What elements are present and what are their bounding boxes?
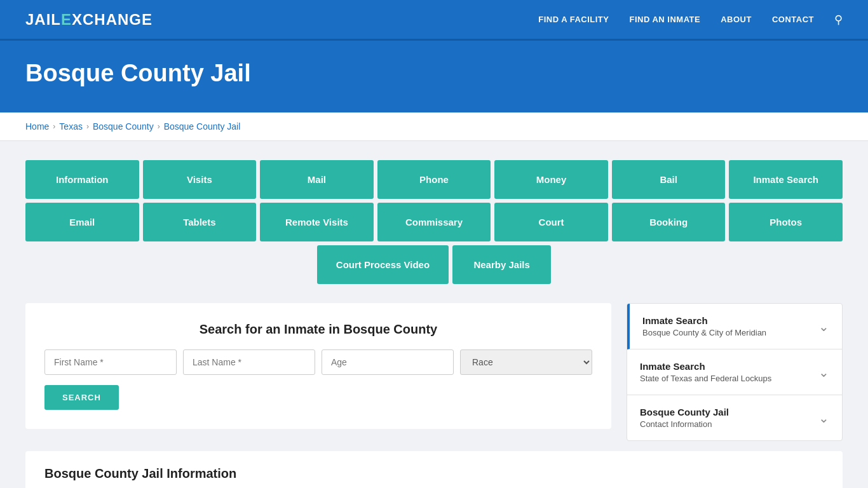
breadcrumb-current: Bosque County Jail [164,121,241,132]
btn-visits[interactable]: Visits [143,160,257,199]
btn-commissary[interactable]: Commissary [377,203,491,241]
btn-information[interactable]: Information [25,160,139,199]
sidebar-item-texas-search[interactable]: Inmate Search State of Texas and Federal… [627,349,842,395]
hero-section: Bosque County Jail [0,41,868,112]
race-select[interactable]: Race [460,349,592,375]
sidebar-item-title-1: Inmate Search [642,315,766,326]
breadcrumb-sep-2: › [86,122,89,131]
logo[interactable]: JAILEXCHANGE [25,11,153,29]
breadcrumb-bar: Home › Texas › Bosque County › Bosque Co… [0,112,868,141]
sidebar-item-left-3: Bosque County Jail Contact Information [640,407,729,429]
logo-x: E [61,11,72,29]
chevron-down-icon-3: ⌄ [818,410,829,426]
main-content: Information Visits Mail Phone Money Bail… [0,141,868,488]
btn-inmate-search[interactable]: Inmate Search [729,160,843,199]
logo-exchange: XCHANGE [72,11,153,29]
breadcrumb: Home › Texas › Bosque County › Bosque Co… [25,121,843,132]
button-grid-row3: Court Process Video Nearby Jails [25,245,843,284]
logo-jail: JAIL [25,11,61,29]
bottom-section: Search for an Inmate in Bosque County Ra… [25,303,843,441]
btn-money[interactable]: Money [494,160,608,199]
button-grid-row2: Email Tablets Remote Visits Commissary C… [25,203,843,241]
bottom-info-title: Bosque County Jail Information [44,466,824,481]
btn-bail[interactable]: Bail [612,160,726,199]
nav-find-inmate[interactable]: FIND AN INMATE [629,15,700,24]
search-icon-button[interactable]: ⚲ [834,13,843,27]
button-grid-row1: Information Visits Mail Phone Money Bail… [25,160,843,199]
breadcrumb-county[interactable]: Bosque County [93,121,154,132]
bottom-info-section: Bosque County Jail Information [25,451,843,488]
sidebar-item-sub-1: Bosque County & City of Meridian [642,328,766,337]
btn-phone[interactable]: Phone [377,160,491,199]
sidebar-item-sub-3: Contact Information [640,419,729,429]
btn-court-process-video[interactable]: Court Process Video [317,245,449,284]
chevron-down-icon-1: ⌄ [818,319,829,334]
page-title: Bosque County Jail [25,60,843,87]
sidebar-item-left-1: Inmate Search Bosque County & City of Me… [642,315,766,337]
age-input[interactable] [322,349,454,375]
first-name-input[interactable] [44,349,177,375]
btn-nearby-jails[interactable]: Nearby Jails [452,245,551,284]
breadcrumb-sep-1: › [53,122,55,131]
search-button[interactable]: SEARCH [44,385,119,410]
sidebar: Inmate Search Bosque County & City of Me… [627,303,843,441]
btn-remote-visits[interactable]: Remote Visits [260,203,374,241]
inmate-search-title: Search for an Inmate in Bosque County [44,322,592,337]
btn-court[interactable]: Court [494,203,608,241]
header: JAILEXCHANGE FIND A FACILITY FIND AN INM… [0,0,868,41]
sidebar-item-contact[interactable]: Bosque County Jail Contact Information ⌄ [627,395,842,440]
sidebar-item-bosque-search[interactable]: Inmate Search Bosque County & City of Me… [627,304,842,349]
chevron-down-icon-2: ⌄ [818,365,829,380]
sidebar-item-left-2: Inmate Search State of Texas and Federal… [640,361,771,383]
main-nav: FIND A FACILITY FIND AN INMATE ABOUT CON… [538,13,843,27]
btn-booking[interactable]: Booking [612,203,726,241]
btn-mail[interactable]: Mail [260,160,374,199]
sidebar-card: Inmate Search Bosque County & City of Me… [627,303,843,441]
breadcrumb-home[interactable]: Home [25,121,49,132]
btn-photos[interactable]: Photos [729,203,843,241]
inmate-search-card: Search for an Inmate in Bosque County Ra… [25,303,611,429]
nav-find-facility[interactable]: FIND A FACILITY [538,15,609,24]
btn-tablets[interactable]: Tablets [143,203,257,241]
last-name-input[interactable] [183,349,315,375]
form-name-row: Race [44,349,592,375]
sidebar-item-title-3: Bosque County Jail [640,407,729,417]
breadcrumb-sep-3: › [158,122,160,131]
btn-email[interactable]: Email [25,203,139,241]
breadcrumb-texas[interactable]: Texas [59,121,83,132]
nav-contact[interactable]: CONTACT [772,15,814,24]
sidebar-item-title-2: Inmate Search [640,361,771,372]
sidebar-item-sub-2: State of Texas and Federal Lockups [640,374,771,383]
nav-about[interactable]: ABOUT [721,15,752,24]
